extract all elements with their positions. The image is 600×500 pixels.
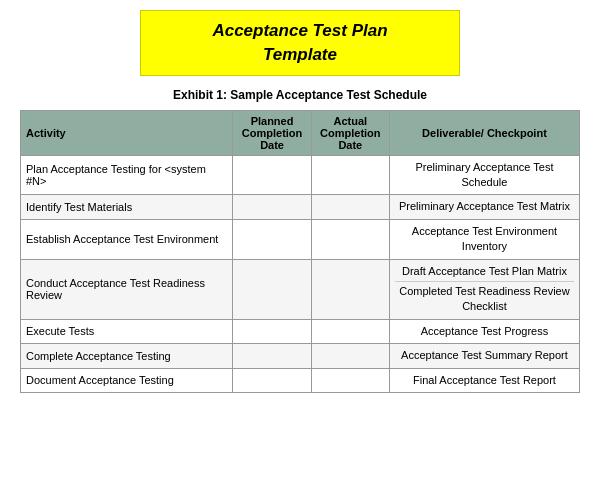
cell-planned [233, 195, 311, 219]
deliverable-item: Preliminary Acceptance Test Matrix [395, 199, 574, 214]
cell-deliverable: Acceptance Test Environment Inventory [389, 219, 579, 259]
cell-actual [311, 319, 389, 343]
title-line1: Acceptance Test Plan [212, 21, 387, 40]
header-deliverable: Deliverable/ Checkpoint [389, 110, 579, 155]
cell-actual [311, 259, 389, 319]
deliverable-item: Final Acceptance Test Report [395, 373, 574, 388]
header-actual: Actual Completion Date [311, 110, 389, 155]
cell-planned [233, 368, 311, 392]
cell-actual [311, 195, 389, 219]
table-row: Conduct Acceptance Test Readiness Review… [21, 259, 580, 319]
header-activity: Activity [21, 110, 233, 155]
cell-deliverable: Draft Acceptance Test Plan MatrixComplet… [389, 259, 579, 319]
deliverable-item: Acceptance Test Summary Report [395, 348, 574, 363]
deliverable-item: Acceptance Test Environment Inventory [395, 224, 574, 255]
header-planned: Planned Completion Date [233, 110, 311, 155]
schedule-table: Activity Planned Completion Date Actual … [20, 110, 580, 393]
table-row: Plan Acceptance Testing for <system #N>P… [21, 155, 580, 195]
table-row: Document Acceptance TestingFinal Accepta… [21, 368, 580, 392]
cell-activity: Document Acceptance Testing [21, 368, 233, 392]
cell-actual [311, 368, 389, 392]
table-row: Complete Acceptance TestingAcceptance Te… [21, 344, 580, 368]
cell-deliverable: Preliminary Acceptance Test Matrix [389, 195, 579, 219]
cell-deliverable: Acceptance Test Summary Report [389, 344, 579, 368]
deliverable-item: Draft Acceptance Test Plan Matrix [395, 264, 574, 279]
table-row: Identify Test MaterialsPreliminary Accep… [21, 195, 580, 219]
table-row: Execute TestsAcceptance Test Progress [21, 319, 580, 343]
cell-planned [233, 155, 311, 195]
cell-actual [311, 155, 389, 195]
cell-actual [311, 344, 389, 368]
deliverable-item: Completed Test Readiness Review Checklis… [395, 284, 574, 315]
cell-activity: Plan Acceptance Testing for <system #N> [21, 155, 233, 195]
cell-planned [233, 219, 311, 259]
cell-planned [233, 319, 311, 343]
deliverable-item: Acceptance Test Progress [395, 324, 574, 339]
title-line2: Template [263, 45, 337, 64]
table-row: Establish Acceptance Test EnvironmentAcc… [21, 219, 580, 259]
title-box: Acceptance Test Plan Template [140, 10, 460, 76]
exhibit-label: Exhibit 1: Sample Acceptance Test Schedu… [20, 88, 580, 102]
page-wrapper: Acceptance Test Plan Template Exhibit 1:… [0, 0, 600, 500]
cell-activity: Execute Tests [21, 319, 233, 343]
cell-planned [233, 259, 311, 319]
cell-actual [311, 219, 389, 259]
cell-activity: Conduct Acceptance Test Readiness Review [21, 259, 233, 319]
cell-activity: Establish Acceptance Test Environment [21, 219, 233, 259]
deliverable-item: Preliminary Acceptance Test Schedule [395, 160, 574, 191]
cell-activity: Identify Test Materials [21, 195, 233, 219]
cell-deliverable: Preliminary Acceptance Test Schedule [389, 155, 579, 195]
cell-activity: Complete Acceptance Testing [21, 344, 233, 368]
cell-planned [233, 344, 311, 368]
cell-deliverable: Acceptance Test Progress [389, 319, 579, 343]
cell-deliverable: Final Acceptance Test Report [389, 368, 579, 392]
